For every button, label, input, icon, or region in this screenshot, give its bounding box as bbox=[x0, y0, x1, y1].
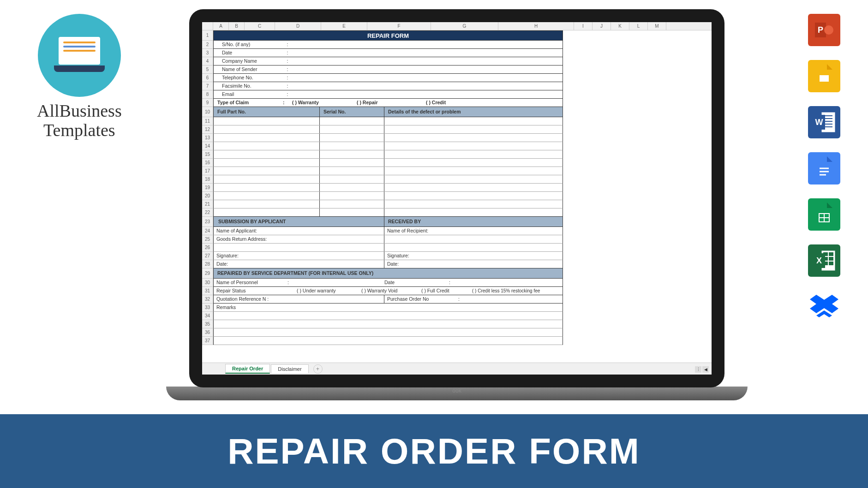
row-header[interactable]: 26 bbox=[202, 244, 213, 252]
sheets-icon bbox=[808, 198, 840, 231]
empty-row[interactable] bbox=[213, 337, 563, 345]
row-header[interactable]: 30 bbox=[202, 279, 213, 287]
empty-row[interactable] bbox=[213, 328, 563, 337]
row-header[interactable]: 25 bbox=[202, 235, 213, 244]
field-row[interactable]: Telephone No.: bbox=[213, 74, 563, 82]
tab-repair-order[interactable]: Repair Order bbox=[225, 364, 270, 374]
empty-row[interactable] bbox=[213, 320, 563, 328]
col-header[interactable]: C bbox=[245, 22, 275, 30]
table-row[interactable] bbox=[213, 142, 563, 150]
row-header[interactable]: 20 bbox=[202, 192, 213, 200]
row-header[interactable]: 34 bbox=[202, 312, 213, 320]
col-header[interactable]: G bbox=[431, 22, 498, 30]
field-row[interactable]: Date: bbox=[213, 49, 563, 57]
logo-text: AllBusiness Templates bbox=[37, 101, 122, 140]
scroll-left-icon[interactable]: ◀ bbox=[702, 366, 709, 373]
table-row[interactable] bbox=[213, 208, 563, 217]
field-row[interactable]: Name of Sender: bbox=[213, 65, 563, 74]
row-header[interactable]: 29 bbox=[202, 268, 213, 279]
row-header[interactable]: 23 bbox=[202, 217, 213, 227]
add-sheet-button[interactable]: + bbox=[313, 364, 323, 374]
empty-row[interactable] bbox=[213, 312, 563, 320]
row-header[interactable]: 8 bbox=[202, 90, 213, 99]
row-header[interactable]: 9 bbox=[202, 99, 213, 107]
col-header[interactable]: K bbox=[611, 22, 629, 30]
signature-row[interactable]: Signature: Signature: bbox=[213, 252, 563, 260]
field-row[interactable]: Email: bbox=[213, 90, 563, 99]
row-header[interactable]: 31 bbox=[202, 287, 213, 295]
table-row[interactable] bbox=[213, 167, 563, 175]
row-header[interactable]: 5 bbox=[202, 65, 213, 74]
row-header[interactable]: 27 bbox=[202, 252, 213, 260]
col-header[interactable]: J bbox=[593, 22, 611, 30]
slides-icon bbox=[808, 60, 840, 92]
row-header[interactable]: 14 bbox=[202, 142, 213, 150]
remarks-row[interactable]: Remarks bbox=[213, 304, 563, 312]
spreadsheet[interactable]: ABCDEFGHIJKLM 12345678910111213141516171… bbox=[202, 22, 712, 375]
col-header[interactable]: A bbox=[213, 22, 229, 30]
col-header[interactable]: F bbox=[367, 22, 431, 30]
col-header[interactable]: H bbox=[498, 22, 574, 30]
table-row[interactable] bbox=[213, 125, 563, 134]
row-header[interactable]: 4 bbox=[202, 57, 213, 65]
table-row[interactable] bbox=[213, 184, 563, 192]
blank-row[interactable] bbox=[213, 244, 563, 252]
col-header[interactable]: D bbox=[275, 22, 321, 30]
tab-disclaimer[interactable]: Disclaimer bbox=[271, 364, 308, 373]
col-header[interactable]: B bbox=[229, 22, 245, 30]
row-header[interactable]: 1 bbox=[202, 30, 213, 41]
table-row[interactable] bbox=[213, 159, 563, 167]
scroll-sep-icon[interactable]: ⋮ bbox=[695, 366, 701, 373]
row-header[interactable]: 37 bbox=[202, 337, 213, 345]
row-header[interactable]: 3 bbox=[202, 49, 213, 57]
row-header[interactable]: 28 bbox=[202, 260, 213, 268]
table-row[interactable] bbox=[213, 134, 563, 142]
excel-icon: X bbox=[808, 244, 840, 277]
table-row[interactable] bbox=[213, 192, 563, 200]
row-header[interactable]: 19 bbox=[202, 184, 213, 192]
svg-point-2 bbox=[824, 25, 833, 35]
table-row[interactable] bbox=[213, 200, 563, 208]
row-header[interactable]: 16 bbox=[202, 159, 213, 167]
applicant-recipient-row[interactable]: Name of Applicant: Name of Recipient: bbox=[213, 227, 563, 235]
row-header[interactable]: 18 bbox=[202, 175, 213, 184]
row-header[interactable]: 35 bbox=[202, 320, 213, 328]
field-row[interactable]: Company Name: bbox=[213, 57, 563, 65]
row-header[interactable]: 21 bbox=[202, 200, 213, 208]
row-header[interactable]: 2 bbox=[202, 41, 213, 49]
row-header[interactable]: 17 bbox=[202, 167, 213, 175]
row-header[interactable]: 11 bbox=[202, 117, 213, 125]
table-row[interactable] bbox=[213, 150, 563, 159]
laptop-brand: ook bbox=[166, 387, 748, 394]
personnel-row[interactable]: Name of Personnel : Date : bbox=[213, 279, 563, 287]
row-header[interactable]: 32 bbox=[202, 295, 213, 304]
field-row[interactable]: Facsimile No.: bbox=[213, 82, 563, 90]
row-header[interactable]: 12 bbox=[202, 125, 213, 134]
service-dept-header: REPAIRED BY SERVICE DEPARTMENT (FOR INTE… bbox=[213, 268, 563, 279]
col-header[interactable]: E bbox=[321, 22, 367, 30]
banner-title: REPAIR ORDER FORM bbox=[227, 430, 641, 472]
date-row[interactable]: Date: Date: bbox=[213, 260, 563, 268]
col-header[interactable]: L bbox=[629, 22, 648, 30]
row-header[interactable]: 7 bbox=[202, 82, 213, 90]
row-header[interactable]: 10 bbox=[202, 107, 213, 117]
docs-icon bbox=[808, 152, 840, 184]
table-row[interactable] bbox=[213, 175, 563, 184]
row-header[interactable]: 24 bbox=[202, 227, 213, 235]
row-header[interactable]: 33 bbox=[202, 304, 213, 312]
type-of-claim-row[interactable]: Type of Claim : ( ) Warranty ( ) Repair … bbox=[213, 99, 563, 107]
row-header[interactable]: 15 bbox=[202, 150, 213, 159]
row-header[interactable]: 6 bbox=[202, 74, 213, 82]
table-row[interactable] bbox=[213, 117, 563, 125]
field-row[interactable]: S/No. (if any): bbox=[213, 41, 563, 49]
repair-status-row[interactable]: Repair Status ( ) Under warranty ( ) War… bbox=[213, 287, 563, 295]
dropbox-icon bbox=[808, 291, 840, 323]
row-header[interactable]: 36 bbox=[202, 328, 213, 337]
row-header[interactable]: 22 bbox=[202, 208, 213, 217]
goods-return-row[interactable]: Goods Return Address: bbox=[213, 235, 563, 244]
col-header[interactable]: I bbox=[574, 22, 593, 30]
quotation-row[interactable]: Quotation Reference N : Purchase Order N… bbox=[213, 295, 563, 304]
sheet-body[interactable]: REPAIR FORM S/No. (if any):Date:Company … bbox=[213, 30, 712, 363]
row-header[interactable]: 13 bbox=[202, 134, 213, 142]
col-header[interactable]: M bbox=[648, 22, 666, 30]
